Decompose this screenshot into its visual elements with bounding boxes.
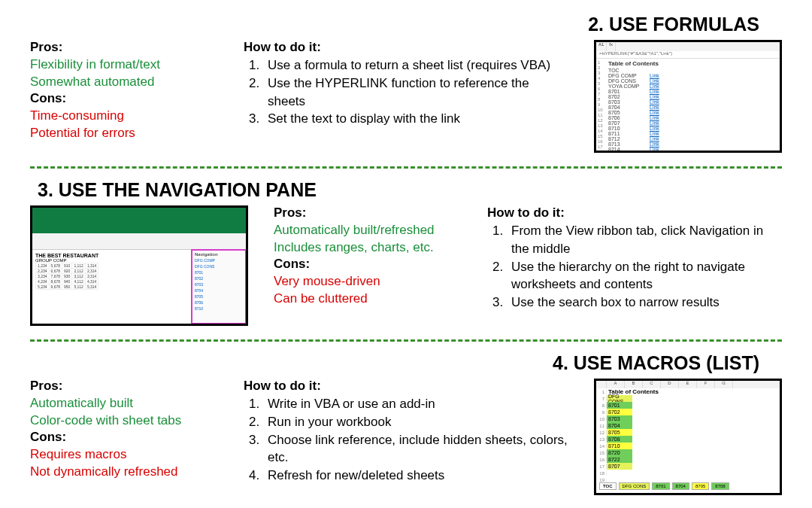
howto-label: How to do it: — [244, 40, 568, 55]
toc-row: 158720 — [596, 449, 780, 456]
con-item: Very mouse-driven — [274, 273, 469, 291]
howto-step: Use a formula to return a sheet list (re… — [263, 56, 568, 75]
navigation-pane: Navigation DFG COMPDFG CONS8701870287038… — [192, 250, 246, 324]
howto-col: How to do it: Use a formula to return a … — [244, 40, 568, 128]
excel-thumbnail-navpane: THE BEST RESTAURANT GROUP COMP 1,2345,67… — [30, 205, 248, 326]
pro-item: Flexibility in format/text — [30, 56, 226, 74]
howto-step: Use the HYPERLINK function to reference … — [263, 75, 568, 111]
toc-title: Table of Contents — [608, 60, 777, 67]
nav-item: 8703 — [195, 282, 244, 287]
section-use-formulas: 2. USE FORMULAS Pros: Flexibility in for… — [30, 8, 782, 162]
toc-row: 138708 — [596, 436, 780, 443]
cons-label: Cons: — [30, 91, 226, 106]
sheet-tab: 8705 — [692, 482, 709, 490]
section-divider — [30, 166, 782, 169]
howto-steps: Write in VBA or use an add-in Run in you… — [244, 395, 568, 485]
howto-step: Use the hierarchy on the right to naviga… — [507, 258, 782, 294]
nav-item: 8702 — [195, 276, 244, 281]
thumbnail-col: A1fx =HYPERLINK("#'"&A3&"'!A1","Link") T… — [586, 40, 782, 153]
nav-item: DFG COMP — [195, 258, 244, 263]
thumbnail-col: ABCDEFG 1Table of Contents 7DFG CONS8870… — [586, 379, 782, 495]
pros-label: Pros: — [30, 379, 226, 394]
toc-row: 8704Link — [608, 105, 777, 110]
nav-item: 8701 — [195, 270, 244, 275]
sheet-tab: 8704 — [672, 482, 689, 490]
section3-columns: THE BEST RESTAURANT GROUP COMP 1,2345,67… — [30, 205, 782, 326]
toc-row: DFG COMPLink — [608, 73, 777, 78]
pros-cons-col: Pros: Automatically built Color-code wit… — [30, 379, 226, 481]
sheet-tab: DFG CONS — [619, 482, 650, 490]
pro-item: Color-code with sheet tabs — [30, 412, 226, 430]
thumbnail-col: THE BEST RESTAURANT GROUP COMP 1,2345,67… — [30, 205, 256, 326]
section-title: 2. USE FORMULAS — [30, 14, 782, 35]
toc-row: 88701 — [596, 402, 780, 409]
formula-bar: =HYPERLINK("#'"&A3&"'!A1","Link") — [596, 51, 780, 59]
nav-item: 8710 — [195, 306, 244, 311]
toc-row: 168722 — [596, 456, 780, 463]
con-item: Can be cluttered — [274, 291, 469, 308]
pro-item: Includes ranges, charts, etc. — [274, 239, 469, 257]
cons-label: Cons: — [274, 257, 469, 272]
toc-row: 8711Link — [608, 131, 777, 136]
howto-label: How to do it: — [244, 379, 568, 394]
section-title: 3. USE THE NAVIGATION PANE — [30, 179, 782, 201]
howto-col: How to do it: Write in VBA or use an add… — [244, 379, 568, 485]
sheet-tabs: TOCDFG CONS8701870487058708 — [599, 481, 777, 491]
con-item: Requires macros — [30, 446, 226, 464]
section4-columns: Pros: Automatically built Color-code wit… — [30, 379, 782, 495]
nav-item: DFG CONS — [195, 264, 244, 269]
pros-cons-col: Pros: Flexibility in format/text Somewha… — [30, 40, 226, 142]
toc-row: 108703 — [596, 415, 780, 422]
cons-label: Cons: — [30, 430, 226, 445]
howto-step: Write in VBA or use an add-in — [263, 395, 568, 413]
toc-row: 8707Link — [608, 120, 777, 126]
nav-item: 8706 — [195, 300, 244, 305]
pro-item: Somewhat automated — [30, 74, 226, 91]
sheet-subtitle: GROUP COMP — [35, 258, 189, 263]
section-navigation-pane: 3. USE THE NAVIGATION PANE THE BEST REST… — [30, 173, 782, 335]
howto-step: Use the search box to narrow results — [507, 294, 782, 312]
toc-row: 8705Link — [608, 110, 777, 115]
howto-step: Run in your workbook — [263, 413, 568, 431]
howto-step: Set the text to display with the link — [263, 110, 568, 128]
sheet-tab: 8708 — [711, 482, 729, 490]
toc-row: 8712Link — [608, 136, 777, 141]
section-macros-list: 4. USE MACROS (LIST) Pros: Automatically… — [30, 346, 782, 504]
nav-title: Navigation — [195, 252, 244, 257]
howto-steps: From the View ribbon tab, click Navigati… — [487, 222, 782, 312]
toc-row: 8703Link — [608, 99, 777, 105]
howto-step: Choose link reference, include hidden sh… — [263, 431, 568, 467]
howto-step: From the View ribbon tab, click Navigati… — [507, 222, 782, 258]
toc-row: 8706Link — [608, 115, 777, 120]
pro-item: Automatically built/refreshed — [274, 222, 469, 239]
con-item: Not dynamically refreshed — [30, 464, 226, 481]
excel-thumbnail-macros: ABCDEFG 1Table of Contents 7DFG CONS8870… — [594, 379, 782, 495]
toc-row: 128705 — [596, 429, 780, 436]
toc-row: 178707 — [596, 463, 780, 470]
sheet-title: THE BEST RESTAURANT — [35, 253, 189, 258]
toc-row: 148710 — [596, 443, 780, 449]
toc-row: 7DFG CONS — [596, 395, 780, 402]
sheet-tab: TOC — [599, 482, 617, 490]
nav-item: 8704 — [195, 288, 244, 293]
toc-row: 8701Link — [608, 89, 777, 94]
pros-cons-col: Pros: Automatically built/refreshed Incl… — [274, 205, 469, 308]
toc-row: 98702 — [596, 409, 780, 415]
pro-item: Automatically built — [30, 395, 226, 412]
toc-row: 18 — [596, 470, 780, 476]
sheet-tab: 8701 — [652, 482, 669, 490]
section-divider — [30, 339, 782, 342]
toc-row: 8710Link — [608, 126, 777, 131]
excel-thumbnail-formulas: A1fx =HYPERLINK("#'"&A3&"'!A1","Link") T… — [594, 40, 782, 153]
howto-steps: Use a formula to return a sheet list (re… — [244, 56, 568, 128]
section2-columns: Pros: Flexibility in format/text Somewha… — [30, 40, 782, 153]
toc-row: DFG CONSLink — [608, 78, 777, 84]
toc-row: YOYA COMPLink — [608, 84, 777, 89]
toc-row: TOC — [608, 68, 777, 73]
nav-item: 8705 — [195, 294, 244, 299]
toc-row: 8714Link — [608, 147, 777, 152]
howto-label: How to do it: — [487, 205, 782, 221]
howto-step: Refresh for new/deleted sheets — [263, 467, 568, 485]
con-item: Potential for errors — [30, 125, 226, 142]
howto-col: How to do it: From the View ribbon tab, … — [487, 205, 782, 312]
